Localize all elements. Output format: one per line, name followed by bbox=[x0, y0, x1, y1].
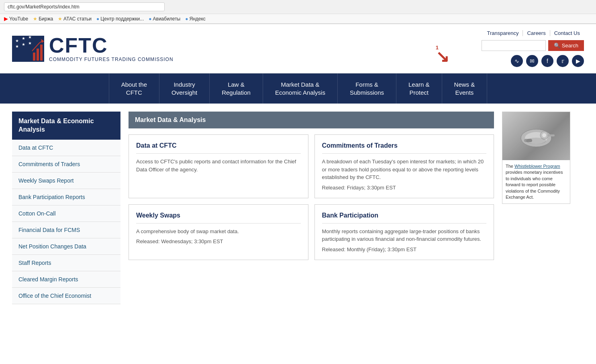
sidebar-item-weekly-swaps[interactable]: Weekly Swaps Report bbox=[12, 173, 120, 189]
right-sidebar: The Whistleblower Program provides monet… bbox=[502, 112, 570, 304]
logo-text: CFTC COMMODITY FUTURES TRADING COMMISSIO… bbox=[49, 35, 173, 62]
card-release-swaps: Released: Wednesdays; 3:30pm EST bbox=[136, 238, 301, 244]
search-input[interactable] bbox=[482, 40, 546, 51]
nav-market-data[interactable]: Market Data & Economic Analysis bbox=[263, 73, 338, 104]
sidebar-item-commitments[interactable]: Commitments of Traders bbox=[12, 156, 120, 173]
nav-law[interactable]: Law & Regulation bbox=[210, 73, 263, 104]
svg-point-14 bbox=[542, 133, 546, 137]
svg-rect-7 bbox=[33, 53, 35, 61]
sidebar-item-net-position[interactable]: Net Position Changes Data bbox=[12, 238, 120, 255]
sidebar-header: Market Data & Economic Analysis bbox=[12, 112, 120, 140]
bookmark-yandex[interactable]: ● Яндекс bbox=[185, 16, 206, 22]
whistle-box: The Whistleblower Program provides monet… bbox=[502, 112, 570, 204]
card-weekly-swaps: Weekly Swaps A comprehensive body of swa… bbox=[129, 204, 308, 260]
logo-subtitle: COMMODITY FUTURES TRADING COMMISSION bbox=[49, 57, 173, 62]
cards-row-1: Data at CFTC Access to CFTC's public rep… bbox=[129, 134, 494, 198]
bookmark-atas[interactable]: ★ АТАС статьи bbox=[58, 16, 92, 22]
header-right: Transparency Careers Contact Us 🔍 Search… bbox=[482, 30, 584, 67]
cards-row-2: Weekly Swaps A comprehensive body of swa… bbox=[129, 204, 494, 260]
twitter-icon[interactable]: 𝕣 bbox=[557, 55, 569, 67]
annotation-1: 1 ↘ bbox=[436, 45, 449, 61]
sidebar-item-financial-data[interactable]: Financial Data for FCMS bbox=[12, 222, 120, 238]
card-text-data: Access to CFTC's public reports and cont… bbox=[136, 158, 301, 173]
careers-link[interactable]: Careers bbox=[523, 30, 550, 36]
svg-text:★: ★ bbox=[28, 41, 32, 45]
nav-about[interactable]: About the CFTC bbox=[109, 73, 159, 104]
contact-link[interactable]: Contact Us bbox=[550, 30, 584, 36]
card-title-swaps: Weekly Swaps bbox=[136, 212, 301, 224]
bookmark-birzha[interactable]: ★ Биржа bbox=[33, 16, 53, 22]
sidebar-item-bank-participation[interactable]: Bank Participation Reports bbox=[12, 189, 120, 205]
nav-forms[interactable]: Forms & Submissions bbox=[338, 73, 396, 104]
search-button[interactable]: 🔍 Search bbox=[548, 40, 584, 51]
rss-icon[interactable]: ∿ bbox=[511, 55, 523, 67]
address-bar: cftc.gov/MarketReports/index.htm bbox=[0, 0, 596, 14]
card-commitments: Commitments of Traders A breakdown of ea… bbox=[314, 134, 494, 198]
card-release-bank: Released: Monthly (Friday); 3:30pm EST bbox=[322, 246, 487, 252]
svg-text:★: ★ bbox=[28, 36, 32, 39]
logo-graphic: ★ ★ ★ ★ ★ ★ bbox=[12, 36, 44, 62]
main-nav: About the CFTC Industry Oversight Law & … bbox=[0, 73, 596, 104]
logo-area: ★ ★ ★ ★ ★ ★ CFTC COMMODITY FUTURES TRADI… bbox=[12, 35, 173, 62]
svg-rect-8 bbox=[37, 49, 39, 61]
bookmark-avia[interactable]: ● Авиабилеты bbox=[149, 16, 180, 22]
svg-point-17 bbox=[526, 138, 546, 144]
bookmarks-bar: ▶ YouTube ★ Биржа ★ АТАС статьи ● Центр … bbox=[0, 14, 596, 24]
content-wrapper: Market Data & Economic Analysis 2 → Data… bbox=[0, 104, 582, 312]
svg-text:★: ★ bbox=[22, 36, 25, 41]
svg-rect-15 bbox=[547, 134, 555, 136]
card-title-bank: Bank Participation bbox=[322, 212, 487, 224]
svg-rect-9 bbox=[40, 45, 43, 61]
url-display[interactable]: cftc.gov/MarketReports/index.htm bbox=[4, 2, 165, 11]
nav-news[interactable]: News & Events bbox=[442, 73, 488, 104]
logo-title: CFTC bbox=[49, 35, 173, 56]
whistleblower-link[interactable]: Whistleblower Program bbox=[514, 164, 560, 169]
social-icons: ∿ ✉ f 𝕣 ▶ bbox=[511, 55, 584, 67]
sidebar-item-chief-economist[interactable]: Office of the Chief Economist bbox=[12, 288, 120, 304]
facebook-icon[interactable]: f bbox=[541, 55, 553, 67]
main-content: Market Data & Analysis Data at CFTC Acce… bbox=[120, 112, 502, 304]
card-release-commitments: Released: Fridays; 3:30pm EST bbox=[322, 185, 487, 191]
svg-text:★: ★ bbox=[22, 42, 25, 47]
browser-chrome: cftc.gov/MarketReports/index.htm ▶ YouTu… bbox=[0, 0, 596, 24]
youtube-icon[interactable]: ▶ bbox=[572, 55, 584, 67]
transparency-link[interactable]: Transparency bbox=[483, 30, 523, 36]
card-text-commitments: A breakdown of each Tuesday's open inter… bbox=[322, 158, 487, 181]
card-title-data: Data at CFTC bbox=[136, 142, 301, 154]
card-data-at-cftc: Data at CFTC Access to CFTC's public rep… bbox=[129, 134, 308, 198]
whistle-text: The Whistleblower Program provides monet… bbox=[502, 160, 570, 203]
nav-learn[interactable]: Learn & Protect bbox=[396, 73, 442, 104]
section-header: Market Data & Analysis bbox=[129, 112, 494, 128]
top-links: Transparency Careers Contact Us bbox=[483, 30, 584, 36]
email-icon[interactable]: ✉ bbox=[526, 55, 538, 67]
sidebar-item-cleared-margin[interactable]: Cleared Margin Reports bbox=[12, 271, 120, 288]
search-icon: 🔍 bbox=[554, 43, 560, 49]
site-header: ★ ★ ★ ★ ★ ★ CFTC COMMODITY FUTURES TRADI… bbox=[0, 24, 596, 73]
svg-text:★: ★ bbox=[15, 39, 19, 43]
nav-industry[interactable]: Industry Oversight bbox=[159, 73, 210, 104]
sidebar-item-data-at-cftc[interactable]: Data at CFTC bbox=[12, 140, 120, 156]
svg-text:★: ★ bbox=[15, 44, 19, 49]
sidebar: Market Data & Economic Analysis 2 → Data… bbox=[12, 112, 120, 304]
bookmark-support[interactable]: ● Центр поддержки... bbox=[96, 16, 144, 22]
card-text-bank: Monthly reports containing aggregate lar… bbox=[322, 228, 487, 243]
card-title-commitments: Commitments of Traders bbox=[322, 142, 487, 154]
search-area: 🔍 Search bbox=[482, 40, 584, 51]
sidebar-item-cotton[interactable]: Cotton On-Call bbox=[12, 205, 120, 222]
card-bank-participation: Bank Participation Monthly reports conta… bbox=[314, 204, 494, 260]
bookmark-youtube[interactable]: ▶ YouTube bbox=[4, 16, 28, 22]
card-text-swaps: A comprehensive body of swap market data… bbox=[136, 228, 301, 236]
whistle-image bbox=[502, 112, 570, 160]
sidebar-item-staff-reports[interactable]: Staff Reports bbox=[12, 255, 120, 271]
